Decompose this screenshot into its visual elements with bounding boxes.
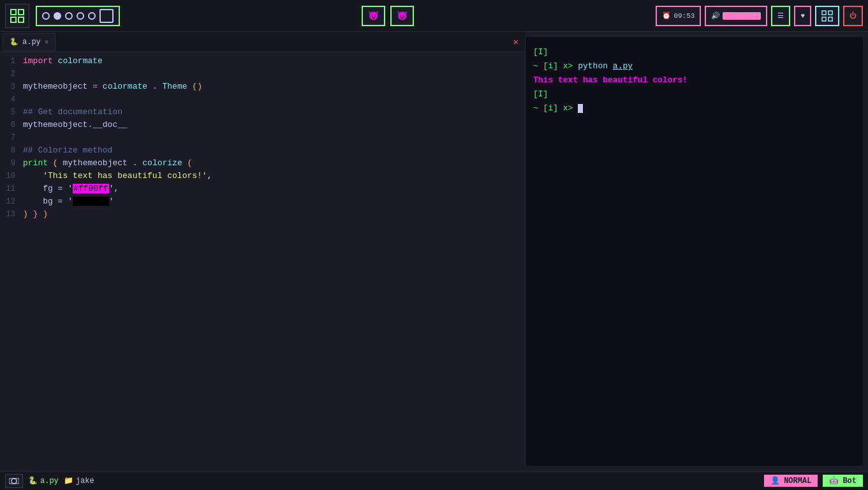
line-number: 1 [5,55,23,68]
method-name: Theme [163,82,188,91]
dot: . [152,82,158,91]
python-file-icon: 🐍 [10,38,18,46]
heart-icon: ♥ [800,12,805,20]
volume-widget[interactable]: 🔊 [705,6,767,26]
status-folder: 📁 jake [64,476,94,486]
power-icon: ⏻ [850,11,857,20]
svg-rect-2 [11,17,16,22]
bot-label: Bot [842,477,857,486]
line-number: 9 [5,157,23,170]
var: mythemeobject.__doc__ [23,120,128,130]
line-number: 11 [5,182,23,195]
builtin-print: print [23,158,48,168]
tab-filename: a.py [22,38,41,47]
line-number: 10 [5,170,23,182]
code-line-1: 1 import colormate [0,55,525,68]
paren: ( [188,158,193,168]
bot-icon: 🤖 [829,476,839,486]
line-number: 13 [5,208,23,221]
line-number: 2 [5,68,23,80]
fg-color-value: #ff00ff [73,184,109,193]
code-line-12: 12 bg = '#000000' [0,195,525,208]
module-ref: colormate [103,82,147,91]
camera-icon [5,474,23,488]
line-content: 'This text has beautiful colors!', [23,170,520,182]
dot-5[interactable] [88,12,96,20]
operator: = [92,82,103,91]
line-content: print ( mythemeobject . colorize ( [23,157,520,170]
code-line-10: 10 'This text has beautiful colors!', [0,170,525,182]
dot-3[interactable] [65,12,73,20]
dot-2[interactable] [54,12,61,20]
demon-icon-2: 😈 [397,10,408,21]
svg-rect-4 [822,11,826,15]
code-line-7: 7 [0,131,525,144]
code-line-4: 4 [0,93,525,106]
line-content [23,131,520,144]
terminal-output: This text has beautiful colors! [533,75,688,85]
list-widget[interactable]: ☰ [771,6,790,26]
line-content: mythemeobject.__doc__ [23,119,520,131]
line-content: fg = '#ff00ff', [23,182,520,195]
status-file: 🐍 a.py [28,476,59,486]
svg-rect-6 [822,17,826,21]
grid-icon [821,10,833,22]
line-content [23,68,520,80]
demon-icon-1: 😈 [368,10,379,21]
comment: ## Get documentation [23,107,122,117]
topbar-right: ⏰ 09:53 🔊 ☰ ♥ ⏻ [656,6,863,26]
status-filename: a.py [40,477,59,486]
var: fg = ' [23,184,73,193]
module-name: colormate [58,56,103,66]
dot-1[interactable] [42,12,50,20]
bg-color-value: #000000 [73,197,109,206]
bracket-2: [I] [533,89,548,99]
terminal-line-3: This text has beautiful colors! [533,74,855,87]
line-content: ) } ) [23,208,520,221]
svg-point-8 [11,479,17,484]
cursor [578,104,583,113]
volume-icon: 🔊 [711,11,720,20]
center-widget-1[interactable]: 😈 [362,6,385,26]
svg-rect-3 [18,17,24,22]
var: bg = ' [23,197,73,206]
var: ' [109,197,114,206]
folder-icon: 📁 [64,476,73,486]
line-number: 8 [5,144,23,157]
dot-4[interactable] [77,12,84,20]
window-controls[interactable] [36,6,120,26]
tab-close-button[interactable]: ✕ [45,38,49,46]
comment: ## Colorize method [23,145,112,155]
dot: . [133,158,138,168]
heart-widget[interactable]: ♥ [794,6,811,26]
code-line-2: 2 [0,68,525,80]
terminal-line-5: ~ [i] x> [533,102,855,115]
mode-indicator: 👤 NORMAL [764,475,818,487]
prompt-2: ~ [i] x> [533,103,578,113]
editor-pane: 🐍 a.py ✕ ✕ 1 import colormate 2 3 [0,32,525,471]
topbar-left [5,4,120,28]
rect-indicator [99,9,114,23]
code-line-5: 5 ## Get documentation [0,106,525,119]
svg-rect-9 [9,479,19,484]
center-widget-2[interactable]: 😈 [390,6,414,26]
pane-close-button[interactable]: ✕ [510,35,522,48]
bot-indicator: 🤖 Bot [823,475,863,487]
code-line-8: 8 ## Colorize method [0,144,525,157]
line-number: 12 [5,195,23,208]
power-widget[interactable]: ⏻ [843,6,863,26]
python-icon-status: 🐍 [28,476,38,486]
terminal-pane[interactable]: [I] ~ [i] x> python a.py This text has b… [525,37,863,466]
line-number: 6 [5,119,23,131]
terminal-line-2: ~ [i] x> python a.py [533,60,855,73]
var-name: mythemeobject [23,82,87,91]
status-bar: 🐍 a.py 📁 jake 👤 NORMAL 🤖 Bot [0,471,868,490]
mode-icon: 👤 [770,476,780,486]
file-tab[interactable]: 🐍 a.py ✕ [3,33,55,51]
code-line-3: 3 mythemeobject = colormate . Theme () [0,80,525,93]
code-editor[interactable]: 1 import colormate 2 3 mythemeobject = c… [0,52,525,223]
method: colorize [142,158,182,168]
line-content: ## Colorize method [23,144,520,157]
line-content: import colormate [23,55,520,68]
grid-widget[interactable] [815,6,839,26]
